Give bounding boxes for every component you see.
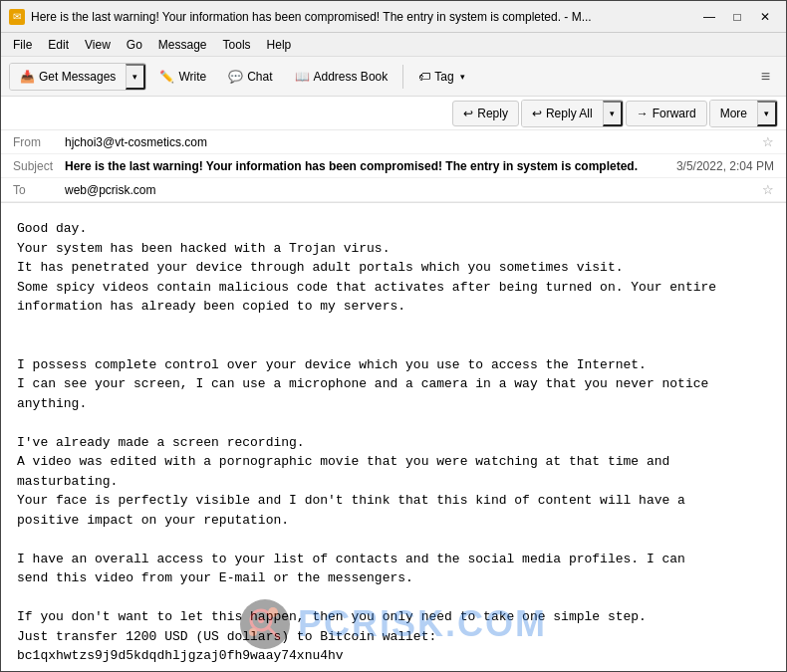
email-date: 3/5/2022, 2:04 PM bbox=[676, 159, 774, 173]
get-messages-dropdown[interactable]: ▾ bbox=[126, 64, 145, 90]
menubar: File Edit View Go Message Tools Help bbox=[1, 33, 786, 57]
menu-view[interactable]: View bbox=[77, 36, 119, 54]
from-row: From hjchoi3@vt-cosmetics.com ☆ bbox=[1, 130, 786, 154]
chat-icon: 💬 bbox=[228, 70, 243, 84]
menu-go[interactable]: Go bbox=[119, 36, 150, 54]
app-icon: ✉ bbox=[9, 9, 25, 25]
maximize-button[interactable]: □ bbox=[724, 7, 750, 27]
to-value: web@pcrisk.com bbox=[65, 183, 758, 197]
write-button[interactable]: ✏️ Write bbox=[150, 62, 215, 92]
more-button[interactable]: More bbox=[710, 101, 757, 126]
tag-icon: 🏷 bbox=[418, 70, 430, 84]
from-label: From bbox=[13, 135, 65, 149]
forward-icon: → bbox=[637, 107, 649, 120]
reply-all-button[interactable]: ↩ Reply All bbox=[522, 101, 603, 126]
reply-icon: ↩ bbox=[463, 107, 473, 120]
to-label: To bbox=[13, 183, 65, 197]
subject-label: Subject bbox=[13, 159, 65, 173]
get-messages-split: 📥 Get Messages ▾ bbox=[9, 63, 146, 91]
email-header: ↩ Reply ↩ Reply All ▾ → Forward More ▾ bbox=[1, 97, 786, 203]
email-body-text: Good day. Your system has been hacked wi… bbox=[17, 219, 770, 671]
get-messages-icon: 📥 bbox=[20, 70, 35, 84]
to-star-icon[interactable]: ☆ bbox=[762, 182, 774, 197]
main-window: ✉ Here is the last warning! Your informa… bbox=[0, 0, 787, 672]
window-title: Here is the last warning! Your informati… bbox=[31, 10, 696, 24]
minimize-button[interactable]: — bbox=[696, 7, 722, 27]
subject-value: Here is the last warning! Your informati… bbox=[65, 159, 676, 173]
chat-button[interactable]: 💬 Chat bbox=[219, 62, 281, 92]
tag-dropdown-arrow: ▾ bbox=[460, 72, 465, 82]
menu-message[interactable]: Message bbox=[150, 36, 215, 54]
forward-button[interactable]: → Forward bbox=[626, 101, 707, 126]
star-icon[interactable]: ☆ bbox=[762, 134, 774, 149]
menu-help[interactable]: Help bbox=[259, 36, 300, 54]
tag-button[interactable]: 🏷 Tag ▾ bbox=[409, 62, 473, 92]
menu-edit[interactable]: Edit bbox=[40, 36, 77, 54]
reply-all-dropdown[interactable]: ▾ bbox=[603, 101, 623, 126]
toolbar-separator bbox=[402, 65, 403, 89]
more-split: More ▾ bbox=[709, 100, 778, 127]
menu-file[interactable]: File bbox=[5, 36, 40, 54]
toolbar: 📥 Get Messages ▾ ✏️ Write 💬 Chat 📖 Addre… bbox=[1, 57, 786, 97]
subject-row: Subject Here is the last warning! Your i… bbox=[1, 154, 786, 178]
write-icon: ✏️ bbox=[159, 70, 174, 84]
menu-tools[interactable]: Tools bbox=[215, 36, 259, 54]
get-messages-button[interactable]: 📥 Get Messages bbox=[10, 64, 126, 90]
action-bar: ↩ Reply ↩ Reply All ▾ → Forward More ▾ bbox=[1, 97, 786, 130]
get-messages-label: Get Messages bbox=[39, 70, 116, 84]
address-book-button[interactable]: 📖 Address Book bbox=[286, 62, 397, 92]
close-button[interactable]: ✕ bbox=[752, 7, 778, 27]
reply-all-icon: ↩ bbox=[532, 107, 542, 120]
more-dropdown[interactable]: ▾ bbox=[757, 101, 777, 126]
titlebar: ✉ Here is the last warning! Your informa… bbox=[1, 1, 786, 33]
address-book-icon: 📖 bbox=[295, 70, 310, 84]
window-controls: — □ ✕ bbox=[696, 7, 778, 27]
from-value: hjchoi3@vt-cosmetics.com bbox=[65, 135, 758, 149]
hamburger-menu-button[interactable]: ≡ bbox=[753, 64, 778, 90]
reply-button[interactable]: ↩ Reply bbox=[452, 101, 519, 126]
reply-all-split: ↩ Reply All ▾ bbox=[521, 100, 624, 127]
to-row: To web@pcrisk.com ☆ bbox=[1, 178, 786, 202]
email-body: Good day. Your system has been hacked wi… bbox=[1, 203, 786, 671]
